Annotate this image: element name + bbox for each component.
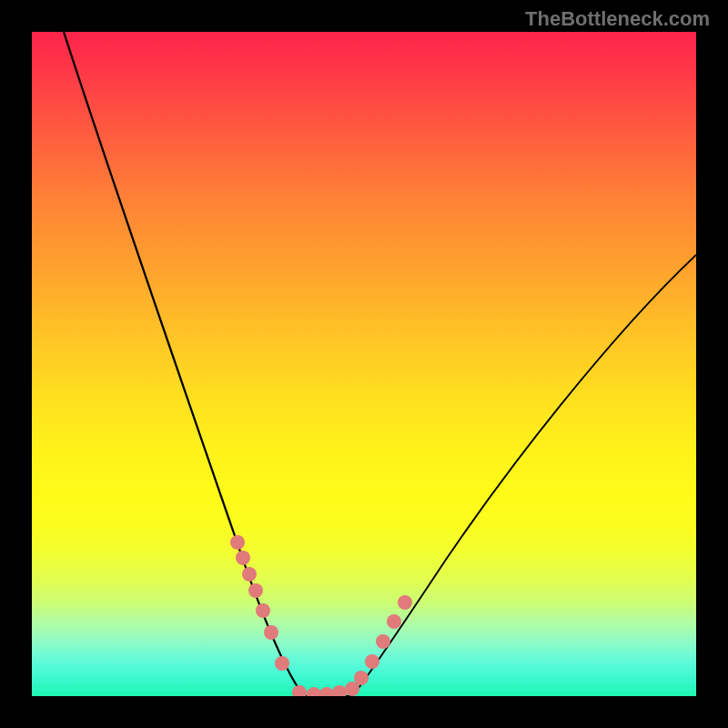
marker-dot	[256, 603, 270, 618]
marker-dot	[319, 687, 334, 696]
marker-dot	[376, 634, 390, 649]
marker-group	[230, 535, 412, 696]
marker-dot	[354, 671, 369, 685]
marker-dot	[292, 685, 307, 696]
marker-dot	[275, 656, 289, 671]
watermark-label: TheBottleneck.com	[525, 7, 710, 31]
marker-dot	[264, 625, 278, 640]
marker-dot	[398, 595, 412, 610]
marker-dot	[236, 551, 250, 565]
marker-dot	[332, 685, 347, 696]
marker-dot	[248, 583, 263, 598]
curve-left	[64, 32, 305, 696]
marker-dot	[387, 614, 401, 629]
marker-dot	[230, 535, 245, 550]
marker-dot	[365, 654, 379, 669]
chart-svg	[32, 32, 696, 696]
marker-dot	[242, 567, 257, 581]
curve-right	[352, 255, 696, 696]
chart-container: TheBottleneck.com	[0, 0, 728, 728]
marker-dot	[307, 687, 321, 696]
